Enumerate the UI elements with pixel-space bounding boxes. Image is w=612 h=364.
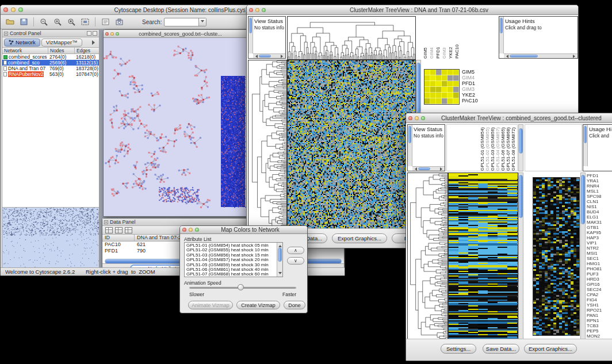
done-button[interactable]: Done	[284, 301, 305, 309]
zoom-button[interactable]	[421, 116, 425, 120]
snapshot-icon[interactable]	[113, 17, 125, 27]
heatmap-main[interactable]	[287, 60, 416, 230]
row-dendrogram[interactable]	[407, 173, 448, 340]
panel-close-icon[interactable]	[104, 220, 108, 224]
close-button[interactable]	[3, 7, 8, 12]
column-id[interactable]: ID	[102, 235, 135, 241]
heatmap-vertical-scrollbar[interactable]	[518, 173, 523, 339]
gene-label[interactable]: HAP3	[587, 235, 612, 240]
gene-label[interactable]: NIS1	[587, 204, 612, 209]
network-overview-panel[interactable]	[2, 207, 99, 273]
scroll-up-icon[interactable]	[278, 243, 282, 247]
experiment-column-label[interactable]: GPL51-02 (GSM855)	[485, 126, 490, 171]
zoom-button[interactable]	[262, 8, 266, 12]
gene-label[interactable]: CLN1	[587, 199, 612, 204]
close-button[interactable]	[182, 228, 186, 232]
gene-label[interactable]: KAP95	[587, 230, 612, 235]
save-icon[interactable]	[18, 17, 29, 27]
table-row[interactable]: DNA and Tran 07 769(0) 183728(0)	[2, 66, 99, 71]
attribute-item[interactable]: GPL51-06 (GSM861) heat shock 40 min	[185, 267, 277, 272]
gene-label[interactable]: PAN1	[587, 313, 612, 318]
animate-vizmap-button[interactable]: Animate Vizmap	[188, 301, 233, 309]
attribute-item[interactable]: GPL51-02 (GSM855) heat shock 10 min	[185, 248, 277, 252]
cluster-row-label[interactable]: GIM4	[462, 75, 478, 81]
scroll-right-icon[interactable]	[281, 55, 285, 58]
gene-label[interactable]: PUF3	[587, 271, 612, 277]
row-dendrogram[interactable]	[248, 60, 287, 230]
attribute-item[interactable]: GPL51-03 (GSM856) heat shock 15 min	[185, 253, 277, 258]
scroll-right-icon[interactable]	[573, 55, 577, 58]
treeview-dna-titlebar[interactable]: ClusterMaker TreeView : DNA and Tran 07-…	[247, 5, 578, 15]
cluster-zoom-heatmap[interactable]	[424, 69, 460, 105]
gene-label[interactable]: MON2	[587, 334, 612, 339]
gene-label[interactable]: MAK31	[587, 220, 612, 225]
gene-label[interactable]: PHO81	[587, 266, 612, 271]
panel-close-icon[interactable]	[4, 32, 8, 36]
cluster-column-label[interactable]: YKE2	[448, 17, 453, 59]
vertical-scrollbar[interactable]	[583, 125, 588, 166]
attribute-item[interactable]: GPL51-07 (GSM868) heat shock 60 min	[185, 272, 277, 276]
zoom-in-icon[interactable]	[52, 17, 63, 27]
scroll-down-icon[interactable]	[278, 272, 282, 276]
zoom-fit-icon[interactable]	[79, 17, 91, 27]
horizontal-scrollbar[interactable]	[412, 166, 445, 171]
zoom-button[interactable]	[18, 7, 23, 12]
panel-dock-icon[interactable]	[93, 31, 97, 36]
experiment-column-label[interactable]: GPL51-07 (GSM868)	[506, 126, 511, 171]
experiment-column-label[interactable]: GPL51-06 (GSM865)	[500, 126, 506, 171]
experiment-column-label[interactable]: GPL51-04 (GSM857)	[495, 126, 500, 171]
attribute-item[interactable]: GPL51-05 (GSM859) heat shock 30 min	[185, 263, 277, 267]
zoom-button[interactable]	[195, 228, 199, 232]
zoom-selected-icon[interactable]	[66, 17, 77, 27]
gene-label[interactable]: YRA1	[587, 178, 612, 183]
gene-label[interactable]: RPO21	[587, 308, 612, 313]
table-row[interactable]: RNAPuberNov2 563(0) 107847(0)	[2, 71, 99, 77]
gene-label[interactable]: BUD4	[587, 209, 612, 214]
export-graphics-button[interactable]: Export Graphics...	[524, 344, 577, 354]
vertical-scrollbar[interactable]	[518, 124, 523, 171]
close-button[interactable]	[408, 116, 412, 120]
heatmap-selection[interactable]	[533, 177, 580, 336]
attribute-item[interactable]: GPL51-04 (GSM857) heat shock 20 min	[185, 258, 277, 262]
gene-label[interactable]: GPI16	[587, 282, 612, 287]
tab-vizmapper[interactable]: VizMapper™	[41, 39, 82, 47]
table-row-selected[interactable]: combined_sco 2569(6) 13112(15)	[2, 60, 99, 66]
select-attributes-icon[interactable]	[105, 227, 113, 233]
create-attribute-icon[interactable]	[115, 227, 123, 233]
gene-label[interactable]: ELG1	[587, 214, 612, 220]
minimize-button[interactable]	[11, 7, 16, 12]
cluster-row-label[interactable]: GIM5	[462, 69, 478, 75]
export-graphics-button[interactable]: Export Graphics...	[332, 233, 387, 243]
gene-label[interactable]: RNR4	[587, 183, 612, 189]
gene-label[interactable]: PEP5	[587, 328, 612, 334]
open-folder-icon[interactable]	[4, 17, 16, 27]
network-overview-thumbnail[interactable]	[2, 208, 99, 273]
dialog-titlebar[interactable]: Map Colors to Network	[180, 226, 307, 234]
vertical-scrollbar[interactable]	[499, 17, 504, 53]
minimize-button[interactable]	[415, 116, 419, 120]
gene-label[interactable]: HMG1	[587, 261, 612, 266]
gene-label[interactable]: HRD3	[587, 277, 612, 282]
scroll-right-icon[interactable]	[440, 167, 444, 171]
panel-float-icon[interactable]	[87, 31, 91, 36]
create-vizmap-button[interactable]: Create Vizmap	[236, 301, 280, 309]
experiment-column-label[interactable]: GPL51-08 (GSM872)	[511, 126, 516, 171]
settings-button[interactable]: Settings...	[441, 344, 476, 354]
cluster-column-label[interactable]: GIM3	[442, 17, 447, 59]
close-button[interactable]	[249, 8, 253, 12]
search-dropdown-icon[interactable]	[198, 18, 206, 26]
network-view-titlebar[interactable]: combined_scores_good.txt--cluste...	[104, 30, 247, 38]
vertical-scrollbar[interactable]	[580, 173, 586, 339]
close-button[interactable]	[105, 32, 109, 36]
cluster-column-label[interactable]: GIM4	[429, 17, 434, 59]
cluster-column-label[interactable]: PFD1	[435, 17, 441, 59]
attribute-listbox[interactable]: GPL51-01 (GSM854) heat shock 05 minGPL51…	[184, 242, 283, 277]
tab-network[interactable]: Network	[4, 39, 40, 47]
minimize-button[interactable]	[189, 228, 193, 232]
treeview-combined-titlebar[interactable]: ClusterMaker TreeView : combined_scores_…	[406, 113, 612, 123]
gene-label[interactable]: PFD1	[587, 173, 612, 178]
minimize-button[interactable]	[255, 8, 259, 12]
move-down-button[interactable]: ∨	[287, 257, 304, 265]
horizontal-scrollbar[interactable]	[504, 53, 577, 58]
annotation-icon[interactable]	[100, 17, 111, 27]
